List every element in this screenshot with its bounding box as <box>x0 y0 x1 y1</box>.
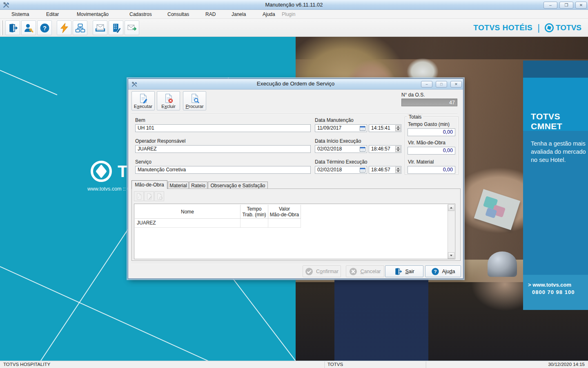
grid-row-cell-tempo[interactable] <box>241 219 268 228</box>
servico-input[interactable]: Manutenção Corretiva <box>135 166 311 174</box>
excluir-button[interactable]: Excluir <box>157 91 180 110</box>
statusbar: TOTVS HOSPITALITY TOTVS 30/12/2020 14:15 <box>0 361 588 368</box>
ad-banner: TOTVS CMNET Tenha a gestão mais avaliada… <box>523 61 588 310</box>
banner-body-band: Tenha a gestão mais avaliada do mercado … <box>523 131 588 275</box>
data-termino-input[interactable]: 02/02/2018 <box>315 166 367 174</box>
tab-joint <box>132 188 167 189</box>
tab-observacao[interactable]: Observação e Satisfação <box>208 182 268 189</box>
tempo-gasto-label: Tempo Gasto (min) <box>408 121 450 127</box>
scroll-down-button[interactable] <box>448 252 454 259</box>
org-chart-button[interactable] <box>73 20 87 35</box>
procurar-button[interactable]: Procurar <box>183 91 206 110</box>
totvs-circle-icon <box>91 161 112 182</box>
status-center: TOTVS <box>327 361 343 368</box>
lightning-button[interactable] <box>57 20 71 35</box>
os-execution-dialog: Execução de Ordem de Serviço – □ ✕ Execu… <box>128 79 463 279</box>
mail-button[interactable] <box>93 20 107 35</box>
tab-material[interactable]: Material <box>168 182 189 189</box>
bem-label: Bem <box>135 117 145 123</box>
banner-site[interactable]: > www.totvs.com <box>528 282 571 288</box>
dialog-close-button[interactable]: ✕ <box>450 81 462 88</box>
mail-send-icon <box>127 23 137 33</box>
column-header-tempo[interactable]: TempoTrab. (min) <box>241 205 268 218</box>
menubar: Sistema Editar Movimentação Cadastros Co… <box>0 10 588 19</box>
hora-inicio-input[interactable]: 18:46:57 <box>369 145 401 153</box>
data-termino-label: Data Término Execução <box>315 159 368 165</box>
menu-sistema[interactable]: Sistema <box>10 10 31 19</box>
column-header-valor[interactable]: ValorMão-de-Obra <box>268 205 301 218</box>
status-divider <box>325 361 325 368</box>
confirmar-button: Confirmar <box>303 265 341 277</box>
bem-input[interactable]: UH 101 <box>135 124 311 132</box>
grid-vertical-scrollbar[interactable] <box>448 204 454 259</box>
status-divider <box>426 361 426 368</box>
grid-row-cell-valor[interactable] <box>268 219 301 228</box>
screen: { "colors": { "teal":"#13a0bf", "brand_c… <box>0 0 588 368</box>
toolbar-grip <box>1 20 3 35</box>
menu-editar[interactable]: Editar <box>45 10 60 19</box>
exit-button[interactable] <box>5 20 20 35</box>
mao-de-obra-grid: Nome TempoTrab. (min) ValorMão-de-Obra J… <box>134 204 455 259</box>
menu-janela[interactable]: Janela <box>230 10 247 19</box>
time-spinner[interactable] <box>395 125 401 131</box>
status-datetime: 30/12/2020 14:15 <box>548 361 585 368</box>
user-key-icon <box>24 23 34 33</box>
data-inicio-label: Data Início Execução <box>315 138 361 144</box>
minimize-button[interactable]: – <box>543 2 557 9</box>
operador-input[interactable]: JUAREZ <box>135 145 311 153</box>
building-edit-button[interactable] <box>109 20 123 35</box>
dialog-minimize-button[interactable]: – <box>421 81 432 88</box>
grid-insert-button <box>134 191 144 201</box>
org-chart-icon <box>75 23 85 33</box>
dialog-maximize-button[interactable]: □ <box>436 81 447 88</box>
os-number-field: 47 <box>401 99 457 106</box>
svg-text:?: ? <box>43 25 47 31</box>
help-button[interactable]: ? <box>37 20 52 35</box>
close-button[interactable]: ✕ <box>575 2 587 9</box>
brand-separator: | <box>537 22 540 33</box>
operador-label: Operador Responsável <box>135 138 185 144</box>
menu-cadastros[interactable]: Cadastros <box>128 10 154 19</box>
column-header-nome[interactable]: Nome <box>135 205 241 218</box>
menu-consultas[interactable]: Consultas <box>166 10 191 19</box>
time-spinner[interactable] <box>395 146 401 152</box>
menu-rad[interactable]: RAD <box>204 10 217 19</box>
lightning-icon <box>59 23 69 33</box>
main-titlebar: Manutenção v6.11.11.02 – ❐ ✕ <box>0 0 588 10</box>
dialog-title: Execução de Ordem de Serviço <box>128 81 463 87</box>
banner-title: TOTVS CMNET <box>531 112 588 131</box>
x-icon <box>349 267 357 276</box>
user-key-button[interactable] <box>21 20 36 35</box>
brand-area: TOTVS HOTÉIS | TOTVS <box>473 19 581 37</box>
hora-termino-input[interactable]: 18:46:57 <box>369 166 401 174</box>
servico-label: Serviço <box>135 159 151 165</box>
menu-ajuda[interactable]: Ajuda <box>261 10 277 19</box>
banner-line2: avaliada do mercado <box>531 148 586 156</box>
grid-row-cell-nome[interactable]: JUAREZ <box>135 219 241 228</box>
dialog-titlebar: Execução de Ordem de Serviço – □ ✕ <box>128 79 463 90</box>
executar-button[interactable]: Executar <box>131 91 155 110</box>
mail-send-button[interactable] <box>125 20 139 35</box>
scroll-up-button[interactable] <box>448 204 454 211</box>
ajuda-button[interactable]: ? Ajuda <box>425 265 461 277</box>
tab-mao-de-obra[interactable]: Mão-de-Obra <box>131 180 167 189</box>
banner-footer-band: > www.totvs.com 0800 70 98 100 <box>523 275 588 310</box>
time-spinner[interactable] <box>395 167 401 173</box>
grid-delete-button <box>154 191 164 201</box>
data-inicio-input[interactable]: 02/02/2018 <box>315 145 367 153</box>
tab-rateio[interactable]: Rateio <box>189 182 207 189</box>
sair-button[interactable]: Sair <box>385 265 423 277</box>
main-toolbar: ? TOTVS HOTÉIS | TOTVS <box>0 19 588 37</box>
exit-icon <box>394 267 402 276</box>
vlr-mao-label: Vlr. Mão-de-Obra <box>408 140 445 146</box>
exit-icon <box>8 23 18 33</box>
menu-movimentacao[interactable]: Movimentação <box>75 10 110 19</box>
wallpaper-url: www.totvs.com :: C <box>87 186 131 192</box>
banner-line1: Tenha a gestão mais <box>531 139 586 148</box>
data-manutencao-input[interactable]: 11/09/2017 <box>315 124 367 132</box>
restore-button[interactable]: ❐ <box>559 2 573 9</box>
hora-manutencao-input[interactable]: 14:15:41 <box>369 124 401 132</box>
document-edit-icon <box>138 93 148 103</box>
cancelar-button: Cancelar <box>346 265 384 277</box>
banner-line3: no seu Hotel. <box>531 156 586 164</box>
